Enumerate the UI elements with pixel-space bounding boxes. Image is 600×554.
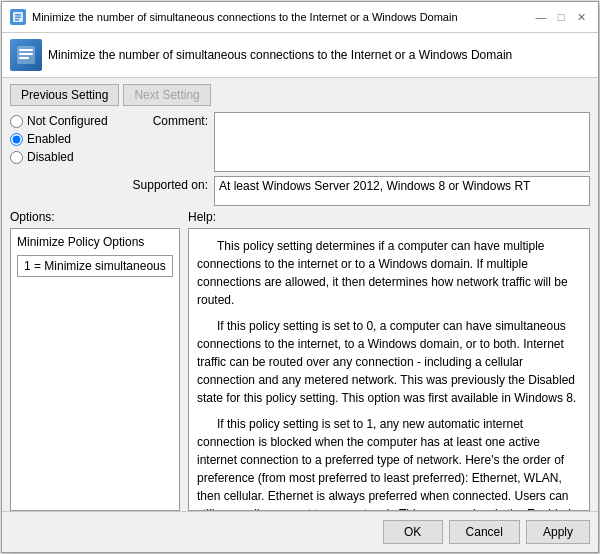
- header-row: Minimize the number of simultaneous conn…: [2, 33, 598, 78]
- supported-row: Supported on: At least Windows Server 20…: [128, 176, 590, 206]
- dialog-window: Minimize the number of simultaneous conn…: [1, 1, 599, 553]
- options-box-title: Minimize Policy Options: [17, 235, 173, 249]
- top-section: Not Configured Enabled Disabled Comment:: [10, 112, 590, 206]
- help-content[interactable]: This policy setting determines if a comp…: [188, 228, 590, 511]
- radio-disabled-input[interactable]: [10, 151, 23, 164]
- policy-dropdown[interactable]: 0 = Allow multiple connections 1 = Minim…: [17, 255, 173, 277]
- cancel-button[interactable]: Cancel: [449, 520, 520, 544]
- svg-rect-7: [19, 57, 29, 59]
- supported-label: Supported on:: [128, 176, 208, 192]
- svg-rect-1: [15, 14, 21, 16]
- right-column: Comment: Supported on: At least Windows …: [128, 112, 590, 206]
- maximize-button[interactable]: □: [552, 8, 570, 26]
- help-para-3: If this policy setting is set to 1, any …: [197, 415, 581, 511]
- radio-group: Not Configured Enabled Disabled: [10, 114, 120, 164]
- options-panel: Options: Minimize Policy Options 0 = All…: [10, 210, 180, 511]
- next-setting-button[interactable]: Next Setting: [123, 84, 210, 106]
- help-panel: Help: This policy setting determines if …: [188, 210, 590, 511]
- radio-enabled[interactable]: Enabled: [10, 132, 120, 146]
- options-label: Options:: [10, 210, 180, 224]
- header-title: Minimize the number of simultaneous conn…: [48, 48, 512, 62]
- supported-textarea: At least Windows Server 2012, Windows 8 …: [214, 176, 590, 206]
- radio-not-configured-input[interactable]: [10, 115, 23, 128]
- title-bar-controls: — □ ✕: [532, 8, 590, 26]
- title-bar-text: Minimize the number of simultaneous conn…: [32, 11, 526, 23]
- options-box: Minimize Policy Options 0 = Allow multip…: [10, 228, 180, 511]
- svg-rect-6: [19, 53, 33, 55]
- apply-button[interactable]: Apply: [526, 520, 590, 544]
- radio-enabled-input[interactable]: [10, 133, 23, 146]
- footer: OK Cancel Apply: [2, 511, 598, 552]
- title-bar-icon: [10, 9, 26, 25]
- close-button[interactable]: ✕: [572, 8, 590, 26]
- bottom-section: Options: Minimize Policy Options 0 = All…: [10, 210, 590, 511]
- help-para-2: If this policy setting is set to 0, a co…: [197, 317, 581, 407]
- svg-rect-3: [15, 19, 19, 21]
- svg-rect-5: [19, 49, 33, 51]
- comment-label: Comment:: [128, 112, 208, 128]
- comment-row: Comment:: [128, 112, 590, 172]
- main-content: Not Configured Enabled Disabled Comment:: [2, 112, 598, 511]
- radio-enabled-label: Enabled: [27, 132, 71, 146]
- radio-disabled[interactable]: Disabled: [10, 150, 120, 164]
- ok-button[interactable]: OK: [383, 520, 443, 544]
- nav-bar: Previous Setting Next Setting: [2, 78, 598, 112]
- help-label: Help:: [188, 210, 590, 224]
- dropdown-wrapper: 0 = Allow multiple connections 1 = Minim…: [17, 255, 173, 277]
- minimize-button[interactable]: —: [532, 8, 550, 26]
- policy-icon: [10, 39, 42, 71]
- radio-disabled-label: Disabled: [27, 150, 74, 164]
- help-para-1: This policy setting determines if a comp…: [197, 237, 581, 309]
- radio-column: Not Configured Enabled Disabled: [10, 112, 120, 206]
- radio-not-configured[interactable]: Not Configured: [10, 114, 120, 128]
- svg-rect-2: [15, 17, 21, 19]
- prev-setting-button[interactable]: Previous Setting: [10, 84, 119, 106]
- title-bar: Minimize the number of simultaneous conn…: [2, 2, 598, 33]
- comment-textarea[interactable]: [214, 112, 590, 172]
- radio-not-configured-label: Not Configured: [27, 114, 108, 128]
